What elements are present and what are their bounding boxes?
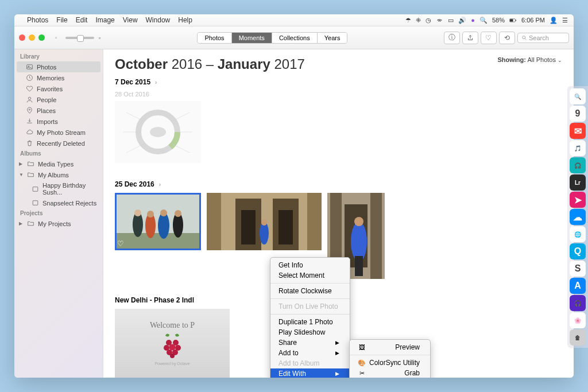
submenu-item-colorsync-utility[interactable]: 🎨ColorSync Utility bbox=[350, 358, 430, 368]
svg-point-29 bbox=[175, 210, 181, 217]
menu-item-add-to[interactable]: Add to▶ bbox=[270, 348, 350, 358]
sidebar-item-places[interactable]: Places bbox=[14, 105, 103, 116]
svg-rect-10 bbox=[33, 201, 38, 205]
dock-item[interactable]: 🌸 bbox=[570, 312, 586, 328]
sidebar-item-recently-deleted[interactable]: Recently Deleted bbox=[14, 138, 103, 149]
zoom-out-icon[interactable]: ▫ bbox=[55, 34, 57, 41]
menu-item-rotate-clockwise[interactable]: Rotate Clockwise bbox=[270, 286, 350, 296]
menu-icon[interactable]: ☰ bbox=[562, 17, 568, 24]
svg-point-7 bbox=[28, 97, 30, 99]
search-placeholder: Search bbox=[529, 34, 549, 41]
svg-point-43 bbox=[351, 222, 367, 262]
edit-menu[interactable]: Edit bbox=[76, 16, 88, 24]
dock-item[interactable]: 🎧 bbox=[570, 157, 586, 173]
sidebar-item-my-photo-stream[interactable]: My Photo Stream bbox=[14, 127, 103, 138]
submenu-item-preview[interactable]: 🖼Preview bbox=[350, 342, 430, 352]
showing-filter[interactable]: Showing: All Photos ⌄ bbox=[497, 56, 562, 63]
dock-item[interactable]: 9 bbox=[570, 106, 586, 122]
image-menu[interactable]: Image bbox=[95, 16, 114, 24]
photo-thumbnail-selected[interactable]: ♡ bbox=[115, 193, 201, 250]
menu-item-get-info[interactable]: Get Info bbox=[270, 260, 350, 270]
sidebar-item-media-types[interactable]: ▶Media Types bbox=[14, 158, 103, 169]
dock-item[interactable]: 🌐 bbox=[570, 226, 586, 242]
dock-item[interactable]: 🎧 bbox=[570, 295, 586, 311]
minimize-button[interactable] bbox=[29, 34, 35, 41]
tab-years[interactable]: Years bbox=[318, 33, 347, 43]
wifi-icon[interactable] bbox=[436, 17, 443, 24]
sidebar-item-memories[interactable]: Memories bbox=[14, 72, 103, 83]
user-icon[interactable]: 👤 bbox=[550, 17, 558, 24]
svg-point-25 bbox=[147, 211, 154, 218]
timer-icon[interactable]: ◷ bbox=[425, 17, 431, 24]
slide-footer: Powered by Octave bbox=[154, 362, 189, 366]
favorite-button[interactable]: ♡ bbox=[481, 32, 497, 44]
sidebar-item-people[interactable]: People bbox=[14, 94, 103, 105]
sidebar-item-my-projects[interactable]: ▶My Projects bbox=[14, 218, 103, 229]
svg-rect-36 bbox=[307, 193, 322, 250]
ruins-scene bbox=[207, 193, 322, 250]
dock-item[interactable]: ➤ bbox=[570, 192, 586, 208]
sidebar-item-my-albums[interactable]: ▼My Albums bbox=[14, 169, 103, 180]
help-menu[interactable]: Help bbox=[178, 16, 192, 24]
dock-item[interactable]: ✉ bbox=[570, 123, 586, 139]
svg-rect-45 bbox=[355, 256, 363, 276]
tab-collections[interactable]: Collections bbox=[272, 33, 318, 43]
dock-item[interactable]: 🗑 bbox=[570, 329, 586, 346]
rotate-button[interactable]: ⟲ bbox=[499, 32, 515, 44]
view-menu[interactable]: View bbox=[123, 16, 138, 24]
dock-item[interactable]: ☁ bbox=[570, 209, 586, 225]
photo-thumbnail[interactable] bbox=[115, 101, 201, 163]
dock-item[interactable]: A bbox=[570, 278, 586, 294]
dock-item[interactable]: Q bbox=[570, 243, 586, 259]
app-menu[interactable]: Photos bbox=[27, 16, 48, 24]
tab-moments[interactable]: Moments bbox=[232, 33, 272, 43]
context-menu: Get InfoSelect MomentRotate ClockwiseTur… bbox=[270, 257, 350, 378]
dock-item[interactable]: 🎵 bbox=[570, 140, 586, 156]
window-menu[interactable]: Window bbox=[146, 16, 171, 24]
sidebar-item-favorites[interactable]: Favorites bbox=[14, 83, 103, 94]
tab-photos[interactable]: Photos bbox=[198, 33, 231, 43]
dot-icon[interactable]: ● bbox=[471, 17, 475, 24]
menu-item-play-slideshow[interactable]: Play Slideshow bbox=[270, 327, 350, 337]
dock-item[interactable]: S bbox=[570, 261, 586, 277]
svg-line-15 bbox=[126, 144, 144, 153]
dock-item[interactable]: 🔍 bbox=[570, 88, 586, 104]
battery-percent: 58% bbox=[492, 17, 505, 24]
menu-item-edit-with[interactable]: Edit With▶ bbox=[270, 368, 350, 378]
file-menu[interactable]: File bbox=[56, 16, 67, 24]
info-button[interactable]: ⓘ bbox=[444, 32, 460, 44]
dropbox-icon[interactable]: ⁜ bbox=[416, 17, 421, 24]
search-icon bbox=[521, 35, 527, 41]
moment-header-2[interactable]: 25 Dec 2016› bbox=[115, 180, 562, 188]
menu-item-select-moment[interactable]: Select Moment bbox=[270, 270, 350, 281]
foggy-group-scene bbox=[115, 193, 201, 250]
search-menubar-icon[interactable]: 🔍 bbox=[479, 17, 488, 24]
menu-item-share[interactable]: Share▶ bbox=[270, 337, 350, 348]
zoom-slider[interactable] bbox=[65, 37, 94, 39]
sidebar-item-happy-birthday-sush-[interactable]: Happy Birthday Sush... bbox=[14, 180, 103, 197]
umbrella-icon[interactable]: ☂ bbox=[405, 17, 411, 24]
battery-icon[interactable] bbox=[509, 17, 517, 24]
slide-title: Welcome to P bbox=[150, 321, 195, 330]
clock: 6:06 PM bbox=[521, 17, 545, 24]
photo-thumbnail[interactable]: Welcome to P Powered by Octave bbox=[115, 309, 230, 378]
sidebar-item-snapselect-rejects[interactable]: Snapselect Rejects bbox=[14, 197, 103, 208]
svg-point-53 bbox=[170, 354, 175, 358]
moment-header-1[interactable]: 7 Dec 2015› bbox=[115, 78, 562, 86]
photo-thumbnail[interactable] bbox=[207, 193, 322, 250]
submenu-item-grab[interactable]: ✂Grab bbox=[350, 368, 430, 378]
raspberry-icon bbox=[161, 332, 184, 358]
display-icon[interactable]: ▭ bbox=[448, 17, 454, 24]
menu-item-duplicate-photo[interactable]: Duplicate 1 Photo bbox=[270, 317, 350, 327]
svg-rect-41 bbox=[370, 193, 382, 279]
menu-item-add-to-album: Add to Album bbox=[270, 358, 350, 368]
close-button[interactable] bbox=[19, 34, 25, 41]
zoom-in-icon[interactable]: ▫ bbox=[99, 34, 101, 42]
fullscreen-button[interactable] bbox=[38, 34, 45, 41]
share-button[interactable] bbox=[462, 32, 478, 44]
sidebar-item-photos[interactable]: Photos bbox=[17, 61, 100, 72]
volume-icon[interactable]: 🔊 bbox=[458, 17, 466, 24]
search-input[interactable]: Search bbox=[517, 33, 569, 43]
sidebar-item-imports[interactable]: Imports bbox=[14, 116, 103, 127]
dock-item[interactable]: Lr bbox=[570, 174, 586, 191]
